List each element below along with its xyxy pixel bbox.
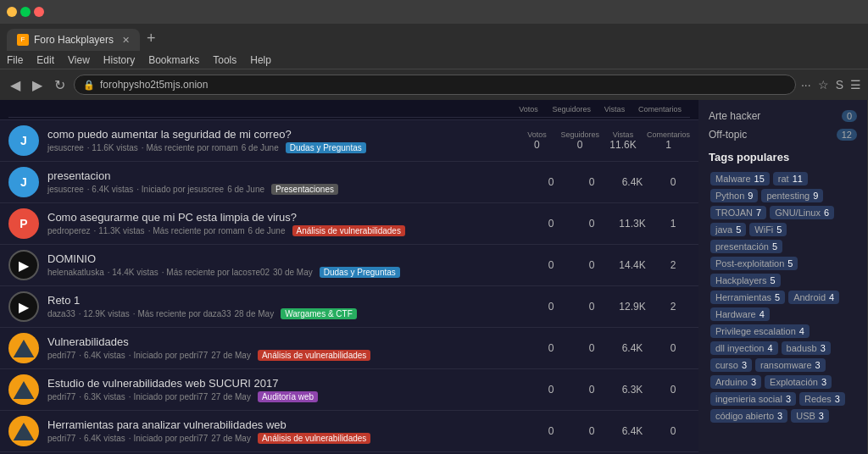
tag-item[interactable]: Hackplayers5 — [710, 274, 781, 287]
tab-close-icon[interactable]: ✕ — [122, 35, 130, 46]
tag-item[interactable]: presentación5 — [710, 240, 782, 253]
extensions-icon[interactable]: ··· — [801, 78, 811, 91]
topic-title[interactable]: Vulnerabilidades — [47, 335, 526, 348]
topic-title[interactable]: como puedo aumentar la seguridad de mi c… — [47, 128, 511, 141]
topic-author: pedroperez — [47, 226, 91, 235]
menu-tools[interactable]: Tools — [213, 54, 236, 66]
tag-label: ransomware — [760, 360, 812, 370]
tag-item[interactable]: badusb3 — [782, 341, 831, 355]
close-button[interactable] — [34, 7, 44, 17]
minimize-button[interactable] — [7, 7, 17, 17]
tag-item[interactable]: Post-exploitation5 — [710, 257, 798, 270]
tag-item[interactable]: Hardware4 — [710, 307, 770, 321]
topic-row[interactable]: Vulnerabilidades pedri77 · 6.4K vistas ·… — [0, 328, 698, 369]
stat-vistas: 6.4K — [615, 342, 649, 354]
topic-row[interactable]: ▶ DOMINIO helenakatluska · 14.4K vistas … — [0, 245, 698, 286]
tag-count: 5 — [771, 275, 776, 285]
topic-tag[interactable]: Wargames & CTF — [281, 308, 357, 319]
menu-help[interactable]: Help — [250, 54, 271, 66]
tag-item[interactable]: Python9 — [710, 189, 758, 202]
menu-bar: File Edit View History Bookmarks Tools H… — [0, 51, 868, 69]
maximize-button[interactable] — [20, 7, 31, 17]
sidebar-item-arte-hacker[interactable]: Arte hacker 0 — [698, 107, 867, 125]
tag-item[interactable]: GNU/Linux6 — [770, 206, 834, 219]
topic-title[interactable]: presentacion — [47, 169, 526, 182]
tag-cloud: Malware15rat11Python9pentesting9TROJAN7G… — [698, 167, 867, 428]
stat-votes: 0 — [534, 384, 568, 396]
new-tab-button[interactable]: + — [140, 26, 163, 51]
tag-item[interactable]: curso3 — [710, 358, 752, 372]
forward-button[interactable]: ▶ — [29, 75, 46, 95]
topic-avatar: J — [8, 167, 39, 197]
tag-item[interactable]: TROJAN7 — [710, 206, 766, 219]
tag-item[interactable]: pentesting9 — [761, 189, 823, 202]
comments-header: Comentarios — [638, 105, 682, 114]
topic-stats: 0 0 6.4K 0 — [534, 176, 690, 188]
topic-meta-text: · Iniciado por pedri77 — [129, 392, 208, 401]
topic-row[interactable]: P Como asegurarme que mi PC esta limpia … — [0, 203, 698, 245]
topic-title[interactable]: Herramientas para analizar vulnerabilida… — [47, 418, 526, 431]
topic-author: jesuscree — [47, 185, 84, 194]
topic-row[interactable]: Estudio de vulnerabilidades web SUCURI 2… — [0, 369, 698, 411]
bookmark-icon[interactable]: ☆ — [818, 78, 829, 91]
topic-tag[interactable]: Análisis de vulnerabilidades — [258, 350, 370, 361]
topic-info: DOMINIO helenakatluska · 14.4K vistas · … — [47, 252, 526, 278]
topic-tag[interactable]: Análisis de vulnerabilidades — [292, 225, 405, 236]
topic-tag[interactable]: Análisis de vulnerabilidades — [258, 433, 370, 444]
active-tab[interactable]: F Foro Hackplayers ✕ — [7, 29, 140, 51]
menu-edit[interactable]: Edit — [36, 54, 54, 66]
tag-item[interactable]: Explotación3 — [765, 375, 832, 389]
tag-item[interactable]: código abierto3 — [710, 409, 787, 423]
topic-title[interactable]: Estudio de vulnerabilidades web SUCURI 2… — [47, 377, 526, 390]
topic-tag[interactable]: Presentaciones — [271, 184, 338, 195]
topic-title[interactable]: Como asegurarme que mi PC esta limpia de… — [47, 211, 526, 224]
topic-row[interactable]: Herramientas para analizar vulnerabilida… — [0, 411, 698, 452]
topic-tag[interactable]: Dudas y Preguntas — [320, 267, 400, 278]
tag-item[interactable]: Herramientas5 — [710, 291, 785, 304]
back-button[interactable]: ◀ — [7, 75, 24, 95]
menu-icon[interactable]: ☰ — [850, 78, 861, 91]
topic-views-inline: · 14.4K vistas — [108, 268, 159, 277]
tag-item[interactable]: WiFi5 — [749, 223, 787, 236]
topic-tag[interactable]: Auditoría web — [258, 391, 318, 402]
tag-label: ingenieria social — [715, 394, 782, 404]
tag-count: 4 — [799, 326, 804, 336]
topic-meta: helenakatluska · 14.4K vistas · Más reci… — [47, 267, 526, 278]
tag-item[interactable]: dll inyection4 — [710, 341, 778, 355]
tag-item[interactable]: USB3 — [791, 409, 829, 423]
sync-icon[interactable]: S — [836, 78, 843, 91]
tag-count: 7 — [756, 208, 761, 218]
topic-tag[interactable]: Dudas y Preguntas — [286, 142, 366, 153]
menu-bookmarks[interactable]: Bookmarks — [148, 54, 199, 66]
topic-row[interactable]: J presentacion jesuscree · 6.4K vistas ·… — [0, 162, 698, 203]
tag-label: USB — [796, 411, 815, 421]
tag-item[interactable]: Android4 — [788, 291, 839, 304]
tag-item[interactable]: ransomware3 — [755, 358, 826, 372]
topic-meta: pedri77 · 6.4K vistas · Iniciado por ped… — [47, 350, 526, 361]
stat-votes: 0 — [534, 342, 568, 354]
tag-item[interactable]: java5 — [710, 223, 746, 236]
tag-label: curso — [715, 360, 738, 370]
menu-history[interactable]: History — [103, 54, 135, 66]
topic-author: daza33 — [47, 309, 75, 318]
tag-item[interactable]: ingenieria social3 — [710, 392, 796, 406]
tag-count: 11 — [793, 174, 803, 184]
topic-avatar — [8, 333, 39, 363]
topic-row[interactable]: J como puedo aumentar la seguridad de mi… — [0, 120, 698, 162]
topic-title[interactable]: DOMINIO — [47, 252, 526, 265]
topic-title[interactable]: Reto 1 — [47, 294, 526, 307]
tag-item[interactable]: Privilege escalation4 — [710, 324, 810, 338]
refresh-button[interactable]: ↻ — [51, 75, 69, 95]
menu-file[interactable]: File — [7, 54, 23, 66]
tag-item[interactable]: rat11 — [773, 172, 808, 185]
tag-item[interactable]: Redes3 — [799, 392, 845, 406]
tag-count: 3 — [821, 343, 826, 353]
topic-meta-text: · Más reciente por daza33 — [133, 309, 231, 318]
sidebar-item-off-topic[interactable]: Off-topic 12 — [698, 125, 867, 144]
menu-view[interactable]: View — [68, 54, 90, 66]
tag-item[interactable]: Malware15 — [710, 172, 770, 185]
topic-row[interactable]: ▶ Reto 1 daza33 · 12.9K vistas · Más rec… — [0, 286, 698, 328]
stat-followers: 0 — [575, 259, 609, 271]
address-bar[interactable]: 🔒 forohpysho2t5mjs.onion — [74, 75, 796, 95]
tag-item[interactable]: Arduino3 — [710, 375, 761, 389]
